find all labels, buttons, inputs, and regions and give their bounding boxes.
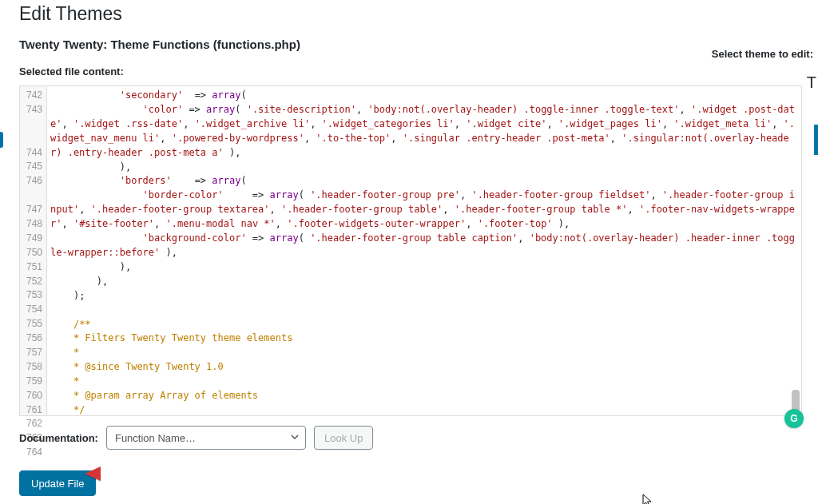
annotation-arrow-icon [85, 465, 133, 482]
documentation-label: Documentation: [19, 432, 98, 444]
function-select[interactable]: Function Name… [106, 426, 306, 450]
theme-letter: T [807, 73, 816, 92]
line-number-gutter: 742743 744745746 74774874975075175275375… [20, 86, 47, 415]
documentation-row: Documentation: Function Name… Look Up [19, 426, 802, 450]
code-area[interactable]: 'secondary' => array( 'color' => array( … [47, 86, 801, 415]
file-heading: Twenty Twenty: Theme Functions (function… [19, 38, 802, 51]
grammarly-badge-icon[interactable]: G [784, 409, 804, 428]
mouse-cursor-icon [642, 494, 653, 504]
lookup-button[interactable]: Look Up [314, 426, 373, 450]
main-content: Edit Themes Twenty Twenty: Theme Functio… [0, 3, 818, 496]
code-editor[interactable]: 742743 744745746 74774874975075175275375… [19, 85, 802, 416]
selected-file-label: Selected file content: [19, 65, 802, 77]
page-title: Edit Themes [19, 3, 802, 25]
function-select-wrap: Function Name… [106, 426, 306, 450]
select-theme-label: Select theme to edit: [712, 48, 813, 60]
